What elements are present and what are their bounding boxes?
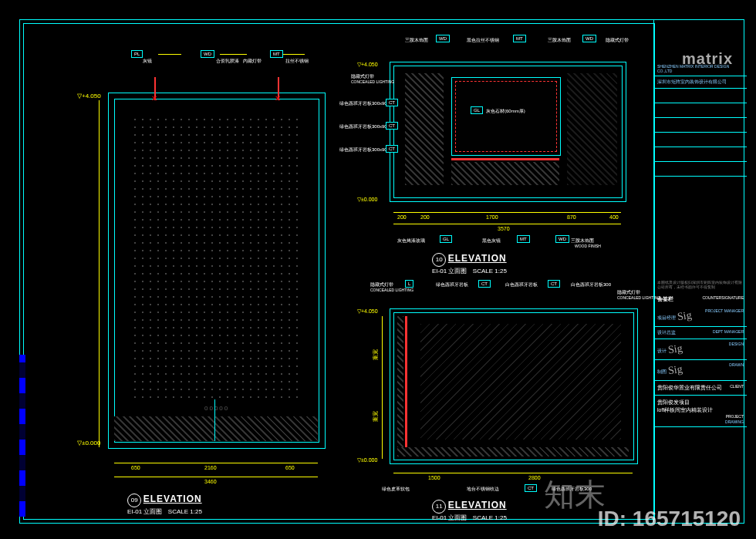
callout: 隐藏式灯带	[606, 37, 629, 44]
callout: 黑色拉丝不锈钢	[467, 37, 499, 44]
wall-hatch	[420, 324, 621, 440]
brand-logo: matrix	[682, 50, 733, 68]
dim-v-text: 案宽	[372, 411, 380, 422]
dm-en: DEPT MANAGER	[713, 329, 744, 334]
tag: CT	[525, 484, 537, 492]
tag: L	[405, 280, 413, 288]
tag: GL	[440, 235, 452, 243]
callout: 灰色烤漆玻璃	[397, 237, 425, 244]
elev-bot: ▽±0.000	[357, 457, 377, 463]
title-11: 11 ELEVATION EI-01 立面图 SCALE 1:25	[432, 500, 507, 522]
counters-cn: 会签栏	[657, 296, 673, 302]
dim: 2800	[528, 475, 541, 480]
des-label: 设计	[657, 349, 667, 353]
cabinet-hatch	[451, 162, 559, 185]
watermark-cn: 知末	[544, 473, 606, 516]
dim-v-text: 案宽	[372, 349, 380, 360]
client-en: CLIENT	[730, 384, 744, 389]
tile-panel-l	[405, 73, 444, 185]
perforated-panel	[131, 116, 301, 401]
dim: 400	[609, 214, 619, 220]
callout: 绿色西班牙岩板300x900	[339, 100, 390, 107]
leader	[220, 54, 247, 55]
callout: 白色西班牙岩板300	[571, 281, 611, 288]
tag: MT	[517, 235, 530, 243]
callout-c4: 内藏灯带	[243, 58, 262, 65]
row	[654, 133, 747, 147]
dim-3: 650	[285, 465, 295, 470]
counters-en: COUNTERSIGNATURE	[702, 295, 744, 300]
tag: CT	[386, 99, 398, 106]
dim-total-line	[393, 224, 621, 224]
note: 本图纸及设计版权归深圳市矩阵室内装饰设计有限公司所有，未经书面许可不得复制	[654, 277, 747, 292]
scale-bar	[19, 355, 25, 517]
project-en: PROJECT	[726, 414, 744, 419]
callout-en: CONCEALED LIGHTING	[370, 288, 413, 292]
tag: CT	[386, 122, 398, 130]
elev-top: ▽+4.050	[357, 308, 378, 315]
dim-v	[382, 316, 383, 459]
view-number: 11	[432, 500, 446, 514]
floor-hatch	[397, 447, 629, 456]
tag: GL	[471, 106, 483, 114]
elev-bot: ▽±0.000	[357, 197, 377, 203]
elevation-09-panel: 00000 ✕ ✕ ▽+4.050 ▽±0.000 650 2160 650 3…	[39, 31, 347, 509]
callout: 黑色灰镜	[482, 237, 501, 244]
edge-tile	[397, 316, 403, 455]
callout-en: WOOD FINISH	[575, 244, 601, 248]
tag-wd: WD	[201, 50, 214, 58]
dim-2: 2160	[204, 465, 217, 470]
view-title: ELEVATION	[448, 253, 507, 264]
callout: 绿色西班牙岩板300x900	[339, 147, 390, 153]
view-number: 09	[127, 494, 141, 507]
callout-c1: 灰镜	[143, 58, 152, 65]
signature-icon: Sig	[677, 309, 693, 323]
dim-total-line	[114, 477, 318, 477]
elevation-11-panel: ▽+4.050 ▽±0.000 隐藏式灯带 CONCEALED LIGHTING…	[351, 274, 656, 517]
draw-label: 制图	[657, 369, 667, 374]
sheet-ref: EI-01 立面图	[127, 508, 162, 515]
elevation-10-panel: ▽+4.050 ▽±0.000 200 200 1700 870 400 357…	[351, 31, 656, 270]
callout: 绿色皮革软包	[382, 486, 410, 493]
dashed-outline	[455, 81, 557, 152]
cad-canvas: 00000 ✕ ✕ ▽+4.050 ▽±0.000 650 2160 650 3…	[0, 0, 756, 539]
counter-line	[451, 158, 559, 160]
row	[654, 89, 747, 103]
callout: 三胺木饰面	[548, 37, 571, 44]
view-number: 10	[432, 253, 446, 267]
row	[654, 162, 747, 177]
tag: WD	[555, 235, 569, 243]
scale: SCALE 1:25	[168, 508, 202, 515]
leader	[282, 54, 305, 55]
scale: SCALE 1:25	[473, 514, 507, 521]
pm-en: PROJECT MANAGER	[705, 308, 744, 313]
view-title: ELEVATION	[448, 500, 507, 510]
dim-1: 650	[131, 465, 140, 470]
pm-label: 项目经理	[657, 315, 676, 320]
dim: 1500	[428, 475, 440, 480]
tag-pl: PL	[131, 50, 143, 58]
signature-icon: Sig	[667, 342, 683, 356]
dim-v	[99, 100, 100, 447]
project-1: 贵阳俊发项目	[657, 399, 744, 406]
floor-hatch	[114, 416, 318, 441]
titleblock: matrix SHENZHEN MATRIX INTERIOR DESIGN C…	[653, 19, 747, 522]
callout: 绿色西班牙岩板	[436, 281, 468, 288]
tag: MT	[513, 35, 526, 42]
callout: 绿色西班牙岩板300x900	[339, 123, 390, 130]
dim-h	[114, 463, 318, 463]
tag: CT	[548, 280, 560, 288]
callout-c3: 拉丝不锈钢	[285, 58, 309, 65]
red-edge	[405, 316, 407, 455]
dim: 200	[397, 214, 407, 220]
leader	[158, 54, 181, 55]
tag: WD	[582, 35, 596, 42]
callout: 白色西班牙岩板	[505, 281, 538, 288]
callout: 三胺木饰面	[405, 37, 428, 44]
elev-top: ▽+4.050	[357, 62, 378, 68]
draw-en: DRAWN	[729, 362, 744, 367]
callout: 地台不锈钢收边	[467, 486, 499, 493]
tag: WD	[436, 35, 450, 42]
row	[654, 118, 747, 133]
dim-total: 3570	[498, 226, 510, 231]
